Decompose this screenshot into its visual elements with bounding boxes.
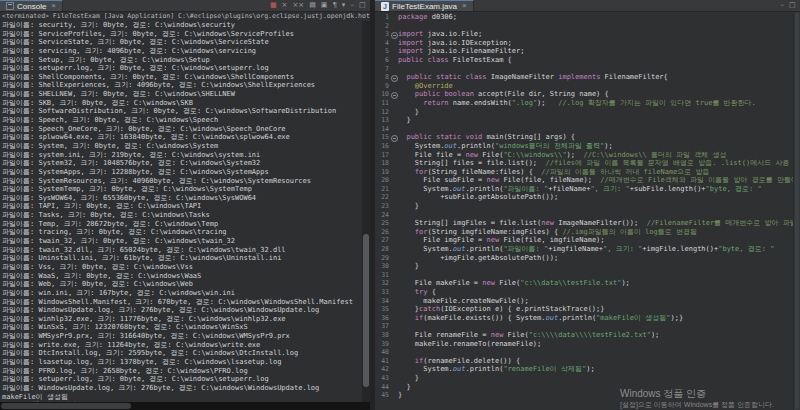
console-line: 파일이름: WaaS, 크기: 0byte, 경로: C:\windows\Wa… [0, 272, 362, 281]
fold-gutter [389, 82, 398, 91]
line-number: 12 [375, 108, 389, 117]
code-line: 7 [375, 65, 793, 74]
close-icon[interactable]: × [49, 2, 56, 10]
fold-gutter [389, 314, 398, 323]
line-number: 36 [375, 314, 389, 323]
console-vertical-scrollbar[interactable] [362, 21, 370, 402]
line-number: 8 [375, 73, 389, 82]
line-number: 40 [375, 348, 389, 357]
code-text: makeFile.createNewFile(); [398, 297, 793, 306]
console-line: 파일이름: Speech_OneCore, 크기: 0byte, 경로: C:\… [0, 125, 362, 134]
fold-gutter [389, 65, 398, 74]
console-line: 파일이름: SystemApps, 크기: 12288byte, 경로: C:\… [0, 168, 362, 177]
minimize-editor-icon[interactable]: – [778, 0, 787, 11]
console-terminated-line: <terminated> FileTestExam [Java Applicat… [0, 12, 370, 21]
fold-gutter [389, 211, 398, 220]
pin-console-icon[interactable]: ▾ [339, 0, 348, 11]
tab-console[interactable]: Console × [0, 0, 63, 11]
fold-gutter [389, 383, 398, 392]
console-line: 파일이름: lsasetup.log, 크기: 1378byte, 경로: C:… [0, 358, 362, 367]
editor-toolbar: –□ [778, 0, 800, 11]
console-line: 파일이름: write.exe, 크기: 11264byte, 경로: C:\w… [0, 341, 362, 350]
line-number: 19 [375, 168, 389, 177]
fold-gutter [389, 159, 398, 168]
code-text: public static void main(String[] args) { [398, 133, 793, 142]
line-number: 23 [375, 202, 389, 211]
console-line: 파일이름: System32, 크기: 1048576byte, 경로: C:\… [0, 159, 362, 168]
code-text: } [398, 116, 793, 125]
line-number: 15 [375, 133, 389, 142]
scrollbar-thumb[interactable] [363, 234, 369, 386]
line-number: 14 [375, 125, 389, 134]
fold-gutter [389, 305, 398, 314]
code-text: try { [398, 288, 793, 297]
line-number: 41 [375, 357, 389, 366]
code-line: 6public class FileTestExam { [375, 56, 793, 65]
line-number: 38 [375, 331, 389, 340]
code-line: 45} [375, 391, 793, 400]
console-line: 파일이름: SystemResources, 크기: 40960byte, 경로… [0, 177, 362, 186]
code-line: 18 String[] files = file.list(); //files… [375, 159, 793, 168]
maximize-editor-icon[interactable]: □ [786, 0, 798, 11]
line-number: 16 [375, 142, 389, 151]
word-wrap-icon[interactable]: ¶ [330, 0, 339, 11]
overview-ruler[interactable] [793, 12, 800, 410]
line-number: 24 [375, 211, 389, 220]
scrollbar-thumb[interactable] [1, 403, 131, 409]
code-line: 23 } [375, 202, 793, 211]
minimize-view-icon[interactable]: – [348, 0, 357, 11]
console-line: 파일이름: Uninstall.ini, 크기: 61byte, 경로: C:\… [0, 254, 362, 263]
code-line: 9 @Override [375, 82, 793, 91]
console-line: 파일이름: ShellExperiences, 크기: 4096byte, 경로… [0, 81, 362, 90]
console-line: 파일이름: splwow64.exe, 크기: 163840byte, 경로: … [0, 133, 362, 142]
fold-gutter [389, 193, 398, 202]
code-text: } [398, 391, 793, 400]
fold-gutter [389, 348, 398, 357]
fold-gutter [389, 365, 398, 374]
console-line: 파일이름: SKB, 크기: 0byte, 경로: C:\windows\SKB [0, 99, 362, 108]
code-text: return name.endsWith(".log"); //.log 확장자… [398, 99, 793, 108]
console-horizontal-scrollbar[interactable] [0, 402, 370, 410]
code-text: System.out.println("windows폴더의 전체파일 출력")… [398, 142, 793, 151]
close-icon[interactable]: × [460, 2, 467, 10]
code-text: @Override [398, 82, 793, 91]
line-number: 45 [375, 391, 389, 400]
line-number: 10 [375, 90, 389, 99]
code-text: String[] files = file.list(); //files에 파… [398, 159, 793, 168]
code-line: 28 System.out.println("파일이름: "+imgfileNa… [375, 245, 793, 254]
code-text [398, 65, 793, 74]
console-output[interactable]: 파일이름: security, 크기: 0byte, 경로: C:\window… [0, 21, 362, 402]
line-number: 25 [375, 219, 389, 228]
code-line: 14 [375, 125, 793, 134]
line-number: 9 [375, 82, 389, 91]
code-line: 37 [375, 322, 793, 331]
console-line: 파일이름: Temp, 크기: 28672byte, 경로: C:\window… [0, 220, 362, 229]
fold-gutter [389, 297, 398, 306]
fold-gutter [389, 185, 398, 194]
tab-filetestexam-java[interactable]: J FileTestExam.java × [375, 0, 474, 11]
remove-all-launches-icon[interactable]: ×× [290, 0, 307, 11]
clear-console-icon[interactable]: ▤ [307, 0, 319, 11]
code-text: if(renameFile.delete()) { [398, 357, 793, 366]
terminate-icon[interactable]: ■ [267, 0, 279, 11]
code-line: 31 [375, 271, 793, 280]
console-line: makeFile이 생성됨 [0, 393, 362, 402]
code-text: import java.io.FilenameFilter; [398, 47, 793, 56]
fold-icon[interactable] [389, 30, 398, 39]
fold-icon[interactable] [389, 73, 398, 82]
line-number: 42 [375, 365, 389, 374]
fold-gutter [389, 254, 398, 263]
console-line: 파일이름: Tasks, 크기: 0byte, 경로: C:\windows\T… [0, 211, 362, 220]
code-text [398, 22, 793, 31]
code-text: } [398, 262, 793, 271]
code-area[interactable]: 1package d0306;23import java.io.File;4im… [375, 12, 793, 410]
code-line: 26 for(String imgfileName:imgFiles) { //… [375, 228, 793, 237]
fold-icon[interactable] [389, 133, 398, 142]
remove-launch-icon[interactable]: × [279, 0, 290, 11]
fold-icon[interactable] [389, 90, 398, 99]
code-line: 25 String[] imgFiles = file.list(new Ima… [375, 219, 793, 228]
maximize-view-icon[interactable]: □ [356, 0, 368, 11]
code-text: for(String fileName:files) { //파일의 이름을 하… [398, 168, 793, 177]
scroll-lock-icon[interactable]: ▣ [318, 0, 330, 11]
code-line: 4import java.io.IOException; [375, 39, 793, 48]
